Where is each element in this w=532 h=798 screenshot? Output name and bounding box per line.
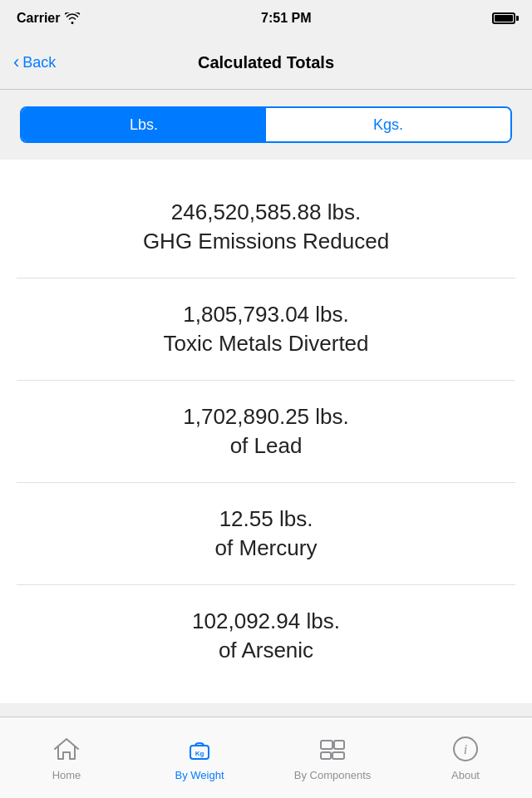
mercury-label: of Mercury — [17, 535, 515, 561]
tab-by-weight-label: By Weight — [175, 769, 224, 781]
ghg-value: 246,520,585.88 lbs. — [17, 200, 515, 225]
toxic-metals-block: 1,805,793.04 lbs. Toxic Metals Diverted — [17, 278, 515, 381]
kgs-label: Kgs. — [373, 116, 403, 134]
tab-about-label: About — [451, 769, 480, 781]
lead-block: 1,702,890.25 lbs. of Lead — [17, 381, 515, 483]
svg-rect-4 — [321, 752, 331, 759]
tab-by-components-label: By Components — [294, 769, 372, 781]
battery-area — [492, 12, 515, 24]
unit-segment-control: Lbs. Kgs. — [20, 106, 512, 143]
status-time: 7:51 PM — [261, 11, 311, 26]
segment-container: Lbs. Kgs. — [0, 90, 532, 160]
tab-by-components[interactable]: By Components — [266, 717, 399, 798]
back-label: Back — [22, 54, 56, 71]
tab-home-label: Home — [52, 769, 81, 781]
svg-rect-2 — [321, 741, 332, 749]
carrier-label: Carrier — [17, 11, 60, 26]
arsenic-block: 102,092.94 lbs. of Arsenic — [17, 585, 515, 687]
svg-rect-3 — [334, 741, 344, 749]
lbs-segment-button[interactable]: Lbs. — [22, 108, 266, 141]
back-button[interactable]: ‹ Back — [13, 54, 56, 71]
about-icon: i — [451, 734, 480, 764]
main-content: 246,520,585.88 lbs. GHG Emissions Reduce… — [0, 160, 532, 703]
svg-rect-5 — [332, 752, 344, 759]
arsenic-value: 102,092.94 lbs. — [17, 608, 515, 634]
svg-text:i: i — [464, 742, 467, 756]
status-bar: Carrier 7:51 PM — [0, 0, 532, 37]
bycomponents-icon — [318, 734, 347, 764]
lead-value: 1,702,890.25 lbs. — [17, 404, 515, 430]
nav-bar: ‹ Back Calculated Totals — [0, 37, 532, 90]
svg-text:Kg: Kg — [195, 750, 204, 757]
battery-icon — [492, 12, 515, 24]
tab-bar: Home Kg By Weight By Components — [0, 717, 532, 798]
page-title: Calculated Totals — [198, 53, 334, 72]
mercury-block: 12.55 lbs. of Mercury — [17, 483, 515, 585]
arsenic-label: of Arsenic — [17, 638, 515, 663]
carrier-info: Carrier — [17, 11, 80, 26]
kgs-segment-button[interactable]: Kgs. — [266, 108, 510, 141]
byweight-icon: Kg — [185, 734, 214, 764]
lbs-label: Lbs. — [130, 116, 158, 134]
home-icon — [52, 734, 81, 764]
tab-about[interactable]: i About — [399, 717, 532, 798]
back-arrow-icon: ‹ — [13, 53, 19, 71]
lead-label: of Lead — [17, 433, 515, 459]
ghg-block: 246,520,585.88 lbs. GHG Emissions Reduce… — [17, 176, 515, 278]
wifi-icon — [65, 12, 80, 24]
tab-home[interactable]: Home — [0, 717, 133, 798]
tab-by-weight[interactable]: Kg By Weight — [133, 717, 266, 798]
toxic-metals-value: 1,805,793.04 lbs. — [17, 302, 515, 328]
ghg-label: GHG Emissions Reduced — [17, 229, 515, 254]
mercury-value: 12.55 lbs. — [17, 506, 515, 532]
toxic-metals-label: Toxic Metals Diverted — [17, 331, 515, 357]
